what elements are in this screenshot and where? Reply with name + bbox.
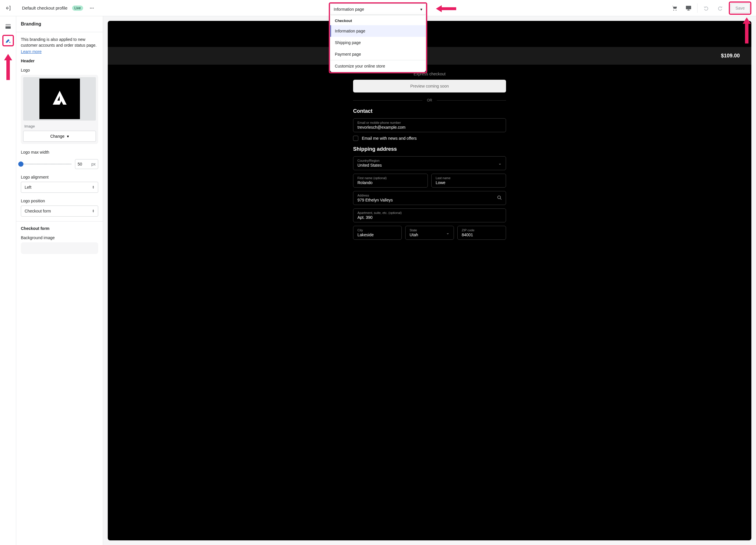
svg-point-1 xyxy=(91,8,92,8)
annotation-arrow-save xyxy=(742,17,751,44)
cart-preview-icon[interactable] xyxy=(669,3,680,13)
svg-point-0 xyxy=(90,8,91,8)
svg-point-2 xyxy=(93,8,94,8)
dropdown-item-customize-store[interactable]: Customize your online store xyxy=(330,60,426,72)
country-select[interactable]: Country/Region United States ⌄ xyxy=(353,156,506,170)
logo-width-input[interactable]: 50 px xyxy=(75,159,98,169)
checkout-form-section-title: Checkout form xyxy=(21,226,98,231)
state-select[interactable]: State Utah ⌄ xyxy=(405,226,454,240)
country-value: United States xyxy=(357,163,502,167)
live-badge: Live xyxy=(72,6,83,11)
last-name-label: Last name xyxy=(436,176,502,180)
shipping-heading: Shipping address xyxy=(353,146,506,152)
caret-down-icon: ▾ xyxy=(67,134,69,138)
last-name-value: Lowe xyxy=(436,180,502,185)
country-label: Country/Region xyxy=(357,159,502,162)
email-field[interactable]: Email or mobile phone number trevorlesch… xyxy=(353,118,506,132)
zip-field[interactable]: ZIP code 84001 xyxy=(457,226,506,240)
logo-preview xyxy=(23,77,96,121)
learn-more-link[interactable]: Learn more xyxy=(21,49,42,54)
image-caption: Image xyxy=(23,121,96,131)
news-checkbox[interactable] xyxy=(353,136,358,141)
svg-rect-7 xyxy=(687,10,690,10)
svg-rect-10 xyxy=(6,24,7,24)
caret-down-icon: ▾ xyxy=(420,7,422,12)
bg-image-label: Background image xyxy=(21,235,98,240)
topbar: Default checkout profile Live Informatio… xyxy=(0,0,756,16)
profile-title: Default checkout profile xyxy=(22,6,67,10)
svg-point-4 xyxy=(676,10,677,10)
svg-rect-5 xyxy=(686,6,691,9)
logo-image xyxy=(39,79,80,119)
first-name-value: Rolando xyxy=(357,180,423,185)
logo-alignment-label: Logo alignment xyxy=(21,175,98,179)
order-summary-bar: $109.00 xyxy=(108,47,751,65)
rail-branding-icon[interactable] xyxy=(2,35,14,46)
state-label: State xyxy=(410,228,450,232)
address-value: 979 Ethelyn Valleys xyxy=(357,198,502,202)
express-preview-placeholder: Preview coming soon xyxy=(353,80,506,92)
branding-description: This branding is also applied to new cus… xyxy=(21,37,98,48)
search-icon xyxy=(497,195,502,201)
svg-rect-11 xyxy=(7,24,8,24)
logo-position-select[interactable]: Checkout form ▲▼ xyxy=(21,205,98,216)
email-value: trevorlesch@example.com xyxy=(357,125,502,130)
desktop-preview-icon[interactable] xyxy=(683,3,694,13)
svg-point-3 xyxy=(673,10,674,10)
dropdown-item-payment[interactable]: Payment page xyxy=(330,48,426,60)
header-section-title: Header xyxy=(21,59,98,63)
dropdown-item-shipping[interactable]: Shipping page xyxy=(330,37,426,48)
city-field[interactable]: City Lakeside xyxy=(353,226,402,240)
chevron-down-icon: ⌄ xyxy=(446,230,450,235)
last-name-field[interactable]: Last name Lowe xyxy=(431,174,506,187)
dropdown-item-information[interactable]: Information page xyxy=(330,25,426,37)
logo-width-unit: px xyxy=(91,162,96,166)
state-value: Utah xyxy=(410,232,450,237)
first-name-field[interactable]: First name (optional) Rolando xyxy=(353,174,428,187)
logo-max-width-label: Logo max width xyxy=(21,150,98,154)
preview-frame[interactable]: $109.00 Express checkout Preview coming … xyxy=(108,21,751,540)
svg-rect-8 xyxy=(6,25,11,25)
logo-alignment-select[interactable]: Left ▲▼ xyxy=(21,182,98,193)
logo-alignment-value: Left xyxy=(25,185,31,189)
slider-thumb[interactable] xyxy=(18,161,23,167)
contact-heading: Contact xyxy=(353,108,506,114)
svg-rect-12 xyxy=(8,24,9,24)
select-updown-icon: ▲▼ xyxy=(92,185,94,189)
logo-width-value: 50 xyxy=(78,162,82,166)
change-button-label: Change xyxy=(50,134,64,138)
select-updown-icon: ▲▼ xyxy=(92,209,94,213)
exit-button[interactable] xyxy=(5,5,12,12)
svg-rect-9 xyxy=(6,26,11,29)
svg-point-14 xyxy=(9,42,10,43)
bg-image-well[interactable] xyxy=(21,242,98,254)
page-selector-value: Information page xyxy=(334,7,364,12)
svg-rect-6 xyxy=(688,10,689,10)
summary-price: $109.00 xyxy=(721,53,740,59)
preview-header xyxy=(108,21,751,47)
page-selector[interactable]: Information page ▾ xyxy=(330,3,426,15)
email-label: Email or mobile phone number xyxy=(357,121,502,124)
apartment-field[interactable]: Apartment, suite, etc. (optional) Apt. 3… xyxy=(353,208,506,222)
annotation-arrow-branding xyxy=(3,54,13,81)
address-label: Address xyxy=(357,194,502,197)
rail-sections-icon[interactable] xyxy=(2,21,14,32)
address-field[interactable]: Address 979 Ethelyn Valleys xyxy=(353,191,506,205)
svg-rect-13 xyxy=(10,24,10,24)
more-actions-button[interactable] xyxy=(88,4,96,12)
logo-position-value: Checkout form xyxy=(25,209,51,213)
change-image-button[interactable]: Change ▾ xyxy=(23,131,96,142)
preview-pane: $109.00 Express checkout Preview coming … xyxy=(103,16,756,545)
news-checkbox-label: Email me with news and offers xyxy=(362,136,417,141)
redo-button[interactable] xyxy=(715,3,725,13)
undo-button[interactable] xyxy=(701,3,711,13)
apt-value: Apt. 390 xyxy=(357,215,502,220)
logo-width-slider[interactable] xyxy=(21,163,72,165)
zip-value: 84001 xyxy=(462,232,502,237)
logo-position-label: Logo position xyxy=(21,198,98,203)
or-divider: OR xyxy=(427,98,432,102)
logo-label: Logo xyxy=(21,68,98,72)
logo-image-well: Image Change ▾ xyxy=(21,75,98,144)
svg-point-15 xyxy=(498,196,501,199)
save-button[interactable]: Save xyxy=(731,3,750,13)
